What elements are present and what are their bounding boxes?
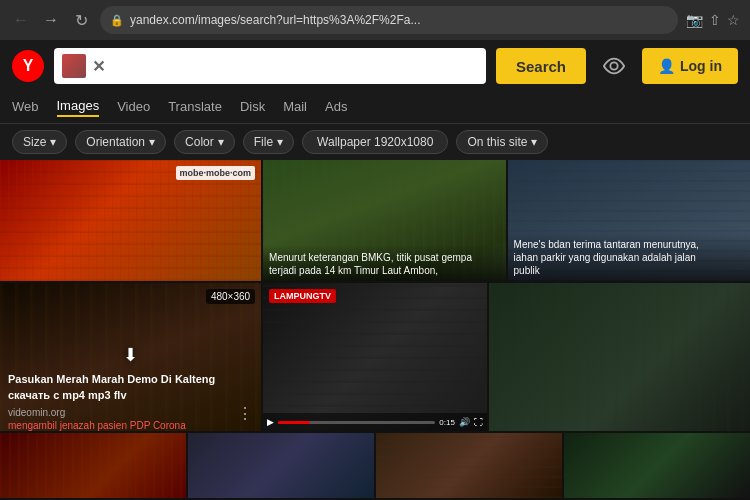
progress-bar bbox=[278, 421, 435, 424]
camera-search-icon[interactable] bbox=[596, 48, 632, 84]
image-row-1: mobe·mobe·com Menurut keterangan BMKG, t… bbox=[0, 160, 750, 281]
video-card-cell[interactable]: ⬇ 480×360 Pasukan Merah Marah Demo Di Ka… bbox=[0, 283, 261, 431]
site-filter[interactable]: On this site ▾ bbox=[456, 130, 548, 154]
tab-mail[interactable]: Mail bbox=[283, 99, 307, 116]
card-source: videomin.org bbox=[8, 407, 253, 418]
tab-disk[interactable]: Disk bbox=[240, 99, 265, 116]
cast-icon[interactable]: 📷 bbox=[686, 12, 703, 28]
image-cell-1[interactable]: mobe·mobe·com bbox=[0, 160, 261, 281]
card-info: Pasukan Merah Marah Demo Di Kalteng скач… bbox=[0, 364, 261, 431]
nav-tabs: Web Images Video Translate Disk Mail Ads bbox=[0, 92, 750, 124]
tab-ads[interactable]: Ads bbox=[325, 99, 347, 116]
image-cell-row3-4[interactable] bbox=[564, 433, 750, 498]
browser-chrome: ← → ↻ 🔒 yandex.com/images/search?url=htt… bbox=[0, 0, 750, 40]
file-filter[interactable]: File ▾ bbox=[243, 130, 294, 154]
image-row-2: ⬇ 480×360 Pasukan Merah Marah Demo Di Ka… bbox=[0, 283, 750, 431]
yandex-header: Y ✕ Search 👤 Log in bbox=[0, 40, 750, 92]
orientation-filter[interactable]: Orientation ▾ bbox=[75, 130, 166, 154]
color-filter[interactable]: Color ▾ bbox=[174, 130, 235, 154]
image-grid: mobe·mobe·com Menurut keterangan BMKG, t… bbox=[0, 160, 750, 500]
yandex-logo: Y bbox=[12, 50, 44, 82]
card-highlight: mengambil jenazah pasien PDP Corona bbox=[8, 420, 253, 431]
forward-button[interactable]: → bbox=[40, 11, 62, 29]
clear-search-button[interactable]: ✕ bbox=[92, 57, 105, 76]
chevron-down-icon: ▾ bbox=[149, 135, 155, 149]
reload-button[interactable]: ↻ bbox=[70, 11, 92, 30]
image-cell-3[interactable]: Mene's bdan terima tantaran menurutnya,i… bbox=[508, 160, 750, 281]
fullscreen-icon: ⛶ bbox=[474, 417, 483, 427]
search-box[interactable]: ✕ bbox=[54, 48, 486, 84]
share-icon[interactable]: ⇧ bbox=[709, 12, 721, 28]
browser-actions: 📷 ⇧ ☆ bbox=[686, 12, 740, 28]
chevron-down-icon: ▾ bbox=[531, 135, 537, 149]
login-button[interactable]: 👤 Log in bbox=[642, 48, 738, 84]
card-title: Pasukan Merah Marah Demo Di Kalteng скач… bbox=[8, 372, 253, 403]
image-cell-row3-2[interactable] bbox=[188, 433, 374, 498]
svg-point-0 bbox=[610, 62, 617, 69]
tab-video[interactable]: Video bbox=[117, 99, 150, 116]
search-thumbnail bbox=[62, 54, 86, 78]
url-bar[interactable]: 🔒 yandex.com/images/search?url=https%3A%… bbox=[100, 6, 678, 34]
image-cell-row3-1[interactable] bbox=[0, 433, 186, 498]
search-button[interactable]: Search bbox=[496, 48, 586, 84]
image-cell-row3-3[interactable] bbox=[376, 433, 562, 498]
tab-translate[interactable]: Translate bbox=[168, 99, 222, 116]
image-cell-lampung[interactable]: LAMPUNGTV ▶ 0:15 🔊 ⛶ bbox=[263, 283, 487, 431]
chevron-down-icon: ▾ bbox=[218, 135, 224, 149]
url-text: yandex.com/images/search?url=https%3A%2F… bbox=[130, 13, 668, 27]
more-options-button[interactable]: ⋮ bbox=[237, 404, 253, 423]
lock-icon: 🔒 bbox=[110, 14, 124, 27]
wallpaper-filter[interactable]: Wallpaper 1920x1080 bbox=[302, 130, 448, 154]
site-logo: mobe·mobe·com bbox=[176, 166, 256, 180]
back-button[interactable]: ← bbox=[10, 11, 32, 29]
resolution-badge: 480×360 bbox=[206, 289, 255, 304]
tab-images[interactable]: Images bbox=[57, 98, 100, 117]
image-caption-2: Menurut keterangan BMKG, titik pusat gem… bbox=[263, 245, 505, 281]
volume-icon: 🔊 bbox=[459, 417, 470, 427]
size-filter[interactable]: Size ▾ bbox=[12, 130, 67, 154]
lampung-badge: LAMPUNGTV bbox=[269, 289, 336, 303]
image-cell-2[interactable]: Menurut keterangan BMKG, titik pusat gem… bbox=[263, 160, 505, 281]
video-controls: ▶ 0:15 🔊 ⛶ bbox=[263, 413, 487, 431]
image-row-3 bbox=[0, 433, 750, 498]
chevron-down-icon: ▾ bbox=[277, 135, 283, 149]
tab-web[interactable]: Web bbox=[12, 99, 39, 116]
image-caption-3: Mene's bdan terima tantaran menurutnya,i… bbox=[508, 232, 750, 281]
filter-bar: Size ▾ Orientation ▾ Color ▾ File ▾ Wall… bbox=[0, 124, 750, 160]
chevron-down-icon: ▾ bbox=[50, 135, 56, 149]
user-icon: 👤 bbox=[658, 58, 675, 74]
play-icon: ▶ bbox=[267, 417, 274, 427]
image-cell-row2-3[interactable] bbox=[489, 283, 750, 431]
bookmark-icon[interactable]: ☆ bbox=[727, 12, 740, 28]
